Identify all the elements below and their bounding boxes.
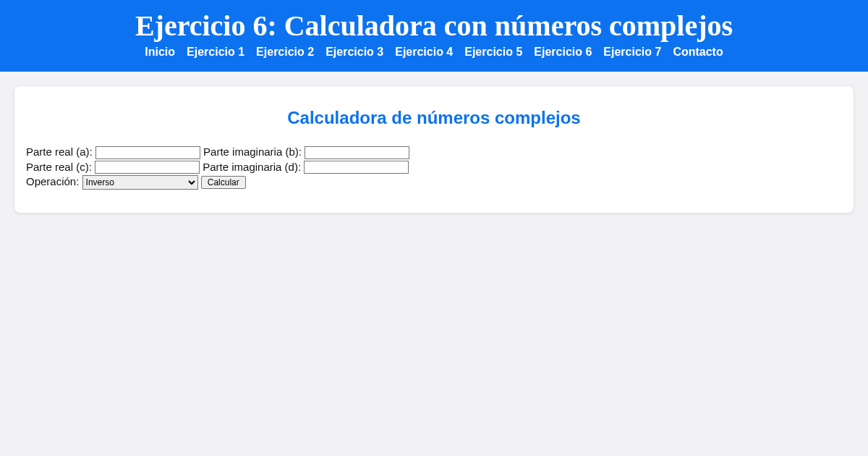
nav-ejercicio-7[interactable]: Ejercicio 7 (603, 46, 661, 59)
nav-ejercicio-5[interactable]: Ejercicio 5 (464, 46, 522, 59)
form-row-1: Parte real (a): Parte imaginaria (b): (26, 145, 842, 159)
label-operacion: Operación: (26, 175, 79, 187)
input-real-a[interactable] (95, 146, 200, 159)
calcular-button[interactable]: Calcular (201, 176, 246, 189)
label-real-a: Parte real (a): (26, 145, 93, 158)
page-header: Ejercicio 6: Calculadora con números com… (0, 0, 868, 72)
input-imag-b[interactable] (305, 146, 409, 159)
nav-ejercicio-2[interactable]: Ejercicio 2 (256, 46, 314, 59)
input-real-c[interactable] (95, 161, 200, 174)
label-imag-b: Parte imaginaria (b): (203, 145, 302, 158)
nav-ejercicio-3[interactable]: Ejercicio 3 (326, 46, 383, 59)
nav-ejercicio-6[interactable]: Ejercicio 6 (534, 46, 592, 59)
nav-inicio[interactable]: Inicio (145, 46, 175, 59)
form-row-2: Parte real (c): Parte imaginaria (d): (26, 161, 842, 174)
calculator-card: Calculadora de números complejos Parte r… (14, 86, 854, 213)
form-row-3: Operación: Inverso Calcular (26, 175, 842, 190)
label-real-c: Parte real (c): (26, 161, 92, 173)
card-title: Calculadora de números complejos (26, 108, 842, 128)
label-imag-d: Parte imaginaria (d): (203, 161, 301, 173)
select-operacion[interactable]: Inverso (82, 175, 198, 190)
nav-contacto[interactable]: Contacto (673, 46, 723, 59)
input-imag-d[interactable] (304, 161, 409, 174)
main-nav: Inicio Ejercicio 1 Ejercicio 2 Ejercicio… (0, 46, 868, 59)
nav-ejercicio-4[interactable]: Ejercicio 4 (395, 46, 453, 59)
nav-ejercicio-1[interactable]: Ejercicio 1 (187, 46, 244, 59)
page-title: Ejercicio 6: Calculadora con números com… (0, 9, 868, 43)
